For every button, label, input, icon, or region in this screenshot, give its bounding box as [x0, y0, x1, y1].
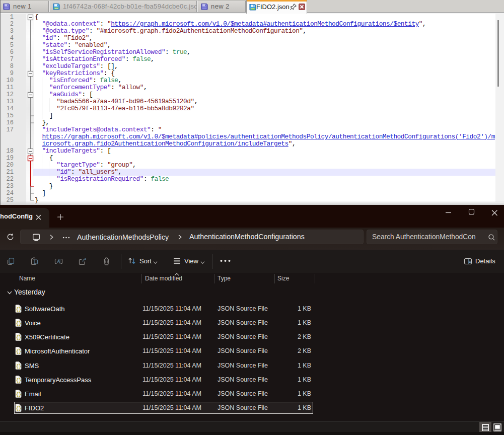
svg-text:{}: {}	[16, 349, 21, 354]
svg-text:{}: {}	[16, 307, 21, 312]
svg-text:{}: {}	[16, 378, 21, 383]
svg-text:{}: {}	[16, 364, 21, 369]
svg-text:{}: {}	[16, 392, 21, 397]
svg-text:{}: {}	[16, 321, 21, 326]
svg-text:{}: {}	[16, 335, 21, 340]
